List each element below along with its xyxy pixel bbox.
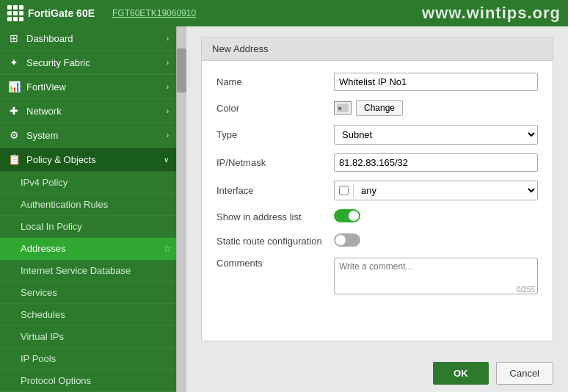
panel-body: Name Color ■ Change <box>202 61 553 317</box>
sidebar-subitem-label: Local In Policy <box>21 221 82 232</box>
interface-label: Interface <box>216 185 334 196</box>
security-fabric-icon: ✦ <box>7 57 21 68</box>
sidebar-item-dashboard[interactable]: ⊞ Dashboard › <box>0 26 176 51</box>
serial-number: FGT60ETK19060910 <box>112 8 196 18</box>
sidebar-item-label: Policy & Objects <box>26 154 164 165</box>
interface-selector: any <box>334 181 538 200</box>
svg-text:■: ■ <box>338 105 342 112</box>
sidebar-item-label: Security Fabric <box>26 57 167 68</box>
network-icon: ✚ <box>7 105 21 117</box>
interface-value: any <box>334 181 538 200</box>
watermark: www.wintips.org <box>422 4 561 23</box>
interface-select[interactable]: any <box>354 181 537 200</box>
chevron-right-icon: › <box>167 131 169 139</box>
color-label: Color <box>216 103 334 114</box>
interface-check-input[interactable] <box>339 186 349 195</box>
color-value: ■ Change <box>334 100 538 116</box>
sidebar-subitem-label: IP Pools <box>21 353 56 364</box>
sidebar-item-auth-rules[interactable]: Authentication Rules <box>0 194 176 216</box>
new-address-panel: New Address Name Color ■ Cha <box>201 37 553 341</box>
comments-row: Comments 0/255 <box>216 258 538 297</box>
change-color-button[interactable]: Change <box>356 100 403 116</box>
static-route-toggle[interactable] <box>334 233 360 247</box>
sidebar-item-security-fabric[interactable]: ✦ Security Fabric › <box>0 51 176 75</box>
name-row: Name <box>216 73 538 91</box>
sidebar-subitem-label: Virtual IPs <box>21 331 64 342</box>
sidebar-subitem-label: Schedules <box>21 309 65 320</box>
comments-input[interactable] <box>334 258 538 294</box>
show-address-label: Show in address list <box>216 211 334 222</box>
chevron-right-icon: › <box>167 59 169 67</box>
sidebar-item-label: System <box>26 130 167 141</box>
ipnetmask-label: IP/Netmask <box>216 157 334 168</box>
system-icon: ⚙ <box>7 129 21 141</box>
static-route-label: Static route configuration <box>216 236 334 247</box>
sidebar-item-label: Network <box>26 106 167 117</box>
fortiview-icon: 📊 <box>7 81 21 92</box>
color-swatch[interactable]: ■ <box>334 101 352 115</box>
sidebar-item-network[interactable]: ✚ Network › <box>0 99 176 123</box>
sidebar-item-services[interactable]: Services <box>0 282 176 304</box>
app-logo: FortiGate 60E <box>7 5 95 21</box>
name-input[interactable] <box>334 73 538 91</box>
type-label: Type <box>216 129 334 140</box>
toggle-knob <box>335 235 346 245</box>
sidebar-subitem-label: Addresses <box>21 243 65 254</box>
type-value: Subnet <box>334 125 538 145</box>
comments-label: Comments <box>216 258 334 269</box>
logo-icon <box>7 5 23 21</box>
sidebar-subitem-label: Services <box>21 287 57 298</box>
sidebar-item-protocol-options[interactable]: Protocol Options <box>0 370 176 392</box>
name-value <box>334 73 538 91</box>
chevron-right-icon: › <box>167 107 169 115</box>
star-icon: ☆ <box>163 243 172 254</box>
show-address-row: Show in address list <box>216 209 538 225</box>
sidebar-item-label: FortiView <box>26 81 167 92</box>
device-name: FortiGate 60E <box>28 7 95 19</box>
panel-title: New Address <box>202 37 553 61</box>
panel-footer: OK Cancel <box>186 355 568 392</box>
show-address-value <box>334 209 538 225</box>
sidebar-item-ip-pools[interactable]: IP Pools <box>0 348 176 370</box>
chevron-down-icon: ∨ <box>164 156 169 164</box>
toggle-knob <box>349 211 359 221</box>
color-row: Color ■ Change <box>216 100 538 116</box>
sidebar-subitem-label: Internet Service Database <box>21 265 131 276</box>
type-select[interactable]: Subnet <box>334 125 538 145</box>
policy-objects-icon: 📋 <box>7 153 21 165</box>
chevron-right-icon: › <box>167 83 169 91</box>
sidebar-item-fortiview[interactable]: 📊 FortiView › <box>0 75 176 99</box>
ok-button[interactable]: OK <box>433 362 489 385</box>
static-route-row: Static route configuration <box>216 233 538 249</box>
interface-checkbox[interactable] <box>335 184 354 197</box>
cancel-button[interactable]: Cancel <box>496 362 553 385</box>
chevron-right-icon: › <box>167 35 169 43</box>
sidebar-item-ipv4-policy[interactable]: IPv4 Policy <box>0 172 176 194</box>
comments-counter: 0/255 <box>517 286 535 294</box>
scroll-thumb[interactable] <box>177 48 186 92</box>
sidebar-item-addresses[interactable]: Addresses ☆ <box>0 238 176 260</box>
color-swatch-icon: ■ <box>337 104 349 112</box>
sidebar-item-system[interactable]: ⚙ System › <box>0 123 176 148</box>
sidebar-subitem-label: Protocol Options <box>21 375 91 386</box>
dashboard-icon: ⊞ <box>7 32 21 44</box>
content-area: New Address Name Color ■ Cha <box>186 26 568 392</box>
show-address-toggle[interactable] <box>334 209 360 222</box>
sidebar-scrollbar[interactable] <box>176 26 186 392</box>
type-row: Type Subnet <box>216 125 538 145</box>
sidebar-item-local-in-policy[interactable]: Local In Policy <box>0 216 176 238</box>
topbar: FortiGate 60E FGT60ETK19060910 www.winti… <box>0 0 568 26</box>
static-route-value <box>334 233 538 249</box>
sidebar-item-schedules[interactable]: Schedules <box>0 304 176 326</box>
interface-row: Interface any <box>216 181 538 200</box>
sidebar-item-policy-objects[interactable]: 📋 Policy & Objects ∨ <box>0 148 176 172</box>
ipnetmask-row: IP/Netmask <box>216 153 538 172</box>
ipnetmask-input[interactable] <box>334 153 538 172</box>
sidebar-item-virtual-ips[interactable]: Virtual IPs <box>0 326 176 348</box>
name-label: Name <box>216 76 334 87</box>
sidebar-subitem-label: Authentication Rules <box>21 199 108 210</box>
ipnetmask-value <box>334 153 538 172</box>
sidebar: ⊞ Dashboard › ✦ Security Fabric › 📊 Fort… <box>0 26 176 392</box>
sidebar-item-internet-service-db[interactable]: Internet Service Database <box>0 260 176 282</box>
sidebar-item-label: Dashboard <box>26 33 167 44</box>
